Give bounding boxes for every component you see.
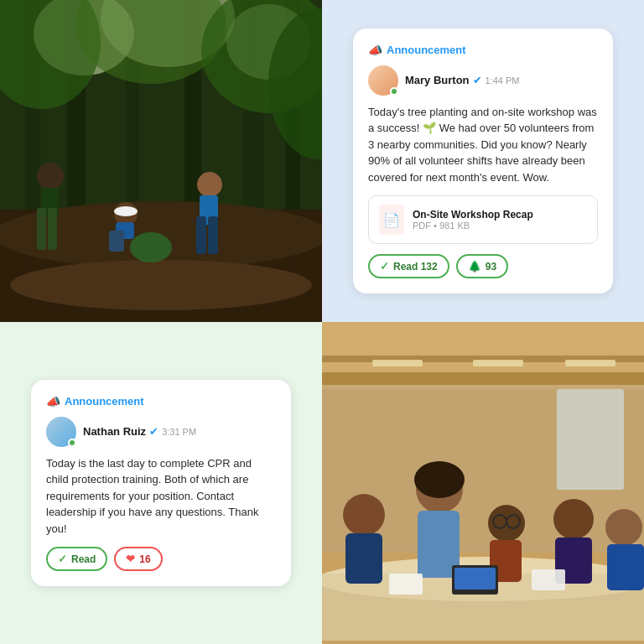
svg-rect-58: [389, 574, 423, 595]
card-actions-2: ✓ Read ❤ 16: [46, 547, 276, 571]
check-icon-2: ✓: [58, 553, 67, 565]
author-name: Mary Burton: [405, 74, 470, 86]
author-info: Mary Burton ✔ 1:44 PM: [405, 74, 520, 86]
svg-point-26: [130, 232, 172, 262]
announcement-card-mary: 📣 Announcement Mary Burton ✔ 1:44 PM Tod…: [353, 29, 613, 294]
read-label: Read 132: [393, 261, 438, 273]
svg-rect-55: [607, 544, 644, 590]
megaphone-icon: 📣: [368, 44, 382, 57]
top-right-announcement: 📣 Announcement Mary Burton ✔ 1:44 PM Tod…: [322, 0, 644, 322]
card-body-2: Today is the last day to complete CPR an…: [46, 455, 276, 538]
avatar-nathan: [46, 417, 76, 447]
svg-point-52: [553, 499, 594, 539]
author-info-2: Nathan Ruiz ✔ 3:31 PM: [83, 425, 196, 438]
top-left-photo: [0, 0, 322, 322]
read-label-2: Read: [71, 553, 96, 565]
svg-rect-59: [532, 569, 565, 590]
tree-reaction-button[interactable]: 🌲 93: [456, 254, 508, 278]
avatar: [368, 65, 398, 96]
attachment-name: On-Site Workshop Recap: [413, 209, 533, 221]
svg-point-21: [197, 172, 222, 197]
author-name-2: Nathan Ruiz: [83, 425, 146, 438]
svg-rect-23: [196, 216, 206, 254]
megaphone-icon-2: 📣: [46, 395, 60, 408]
tree-icon: 🌲: [468, 260, 481, 273]
svg-point-54: [605, 509, 642, 546]
read-button-2[interactable]: ✓ Read: [46, 547, 107, 571]
svg-rect-24: [208, 216, 218, 254]
heart-reaction-button[interactable]: ❤ 16: [114, 547, 162, 571]
bottom-right-photo: [322, 322, 644, 644]
svg-point-25: [114, 206, 138, 216]
svg-rect-35: [372, 360, 423, 366]
svg-rect-33: [322, 372, 644, 385]
svg-rect-43: [345, 533, 382, 584]
svg-rect-16: [37, 208, 46, 250]
card-body: Today's tree planting and on-site worksh…: [368, 104, 598, 186]
svg-rect-60: [557, 389, 624, 490]
check-icon: ✓: [380, 260, 389, 273]
attachment[interactable]: 📄 On-Site Workshop Recap PDF • 981 KB: [368, 195, 598, 244]
svg-rect-57: [454, 568, 496, 589]
pdf-icon-container: 📄: [379, 205, 404, 235]
verified-icon-2: ✔: [149, 425, 158, 438]
svg-point-14: [37, 163, 64, 190]
timestamp-2: 3:31 PM: [162, 427, 196, 437]
online-indicator-2: [68, 439, 76, 447]
heart-count: 16: [139, 553, 150, 565]
svg-point-46: [414, 461, 465, 498]
online-indicator: [390, 87, 398, 96]
tree-count: 93: [486, 261, 496, 273]
pdf-icon: 📄: [383, 212, 400, 228]
card-actions: ✓ Read 132 🌲 93: [368, 254, 598, 278]
svg-rect-17: [48, 208, 57, 250]
svg-rect-37: [565, 360, 615, 366]
card-header-2: Nathan Ruiz ✔ 3:31 PM: [46, 417, 276, 447]
announcement-type-label: Announcement: [387, 44, 466, 56]
read-button[interactable]: ✓ Read 132: [368, 254, 449, 278]
heart-icon: ❤: [126, 553, 135, 565]
svg-point-13: [10, 260, 312, 310]
announcement-card-nathan: 📣 Announcement Nathan Ruiz ✔ 3:31 PM Tod…: [31, 380, 291, 587]
announcement-type-label-2: Announcement: [65, 395, 144, 408]
card-header: Mary Burton ✔ 1:44 PM: [368, 65, 598, 96]
timestamp: 1:44 PM: [486, 75, 520, 86]
bottom-left-announcement: 📣 Announcement Nathan Ruiz ✔ 3:31 PM Tod…: [0, 322, 322, 644]
announcement-label: 📣 Announcement: [368, 44, 598, 57]
svg-point-42: [343, 494, 385, 536]
svg-rect-20: [109, 231, 124, 252]
attachment-info: On-Site Workshop Recap PDF • 981 KB: [413, 209, 533, 231]
attachment-meta: PDF • 981 KB: [413, 221, 533, 231]
verified-icon: ✔: [473, 74, 482, 86]
svg-rect-36: [473, 360, 523, 366]
announcement-label-2: 📣 Announcement: [46, 395, 276, 408]
